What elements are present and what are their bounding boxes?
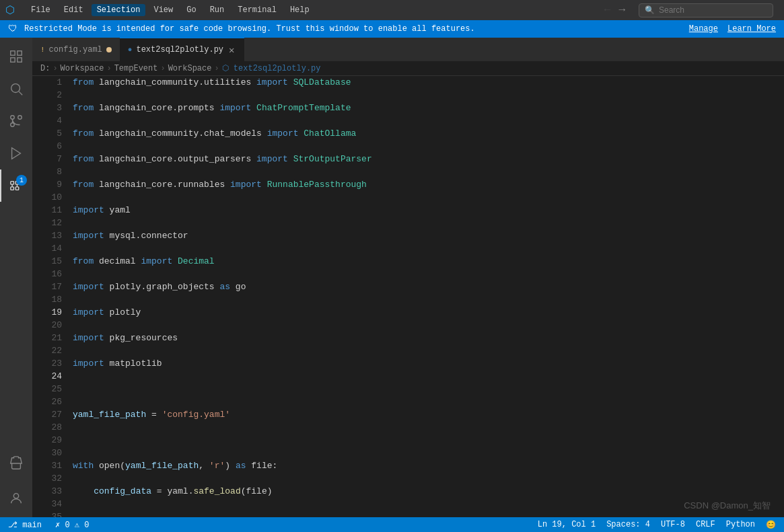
menu-help[interactable]: Help (285, 4, 315, 16)
svg-point-16 (13, 494, 18, 498)
bc-part-0[interactable]: D: (40, 64, 50, 73)
tab-label-config: config.yaml (49, 45, 102, 54)
svg-rect-0 (11, 51, 15, 55)
activity-bar: 1 (0, 38, 32, 517)
menu-bar: File Edit Selection View Go Run Terminal… (26, 4, 591, 16)
status-errors[interactable]: ✗ 0 ⚠ 0 (52, 520, 92, 530)
activity-testing[interactable] (0, 447, 32, 480)
shield-icon: 🛡 (8, 24, 17, 34)
vscode-logo-icon: ⬡ (5, 3, 15, 17)
activity-extensions[interactable]: 1 (0, 169, 32, 202)
svg-rect-2 (11, 58, 15, 62)
bc-part-1[interactable]: Workspace (61, 64, 104, 73)
svg-point-6 (11, 123, 15, 127)
notification-text: Restricted Mode is intended for safe cod… (24, 24, 680, 34)
bc-part-file[interactable]: ⬡ text2sql2plotly.py (222, 63, 321, 73)
tab-main-py[interactable]: ● text2sql2plotly.py ✕ (120, 38, 244, 61)
svg-line-5 (19, 91, 22, 95)
bc-part-3[interactable]: WorkSpace (168, 64, 212, 73)
extensions-badge: 1 (16, 175, 27, 186)
svg-point-7 (11, 116, 15, 120)
menu-go[interactable]: Go (181, 4, 201, 16)
svg-point-8 (18, 116, 22, 120)
learn-more-link[interactable]: Learn More (727, 24, 776, 34)
tab-label-main: text2sql2plotly.py (136, 45, 223, 54)
code-content[interactable]: from langchain_community.utilities impor… (67, 76, 784, 504)
activity-search[interactable] (0, 73, 32, 105)
svg-rect-12 (15, 187, 19, 190)
svg-point-4 (11, 84, 20, 93)
search-icon: 🔍 (645, 5, 655, 15)
py-file-icon: ● (128, 46, 133, 54)
breadcrumb: D: › Workspace › TempEvent › WorkSpace ›… (32, 61, 784, 76)
editor-area: ! config.yaml ● text2sql2plotly.py ✕ D: … (32, 38, 784, 517)
titlebar: ⬡ File Edit Selection View Go Run Termin… (0, 0, 784, 20)
status-right: Ln 19, Col 1 Spaces: 4 UTF-8 CRLF Python… (535, 520, 779, 530)
activity-explorer[interactable] (0, 40, 32, 73)
status-language[interactable]: Python (723, 520, 758, 530)
search-input[interactable] (659, 5, 767, 15)
code-editor[interactable]: 1 2 3 4 5 6 7 8 9 10 11 12 13 14 15 16 1… (32, 76, 784, 517)
status-bar: ⎇ main ✗ 0 ⚠ 0 Ln 19, Col 1 Spaces: 4 UT… (0, 517, 784, 532)
notification-bar: 🛡 Restricted Mode is intended for safe c… (0, 20, 784, 38)
menu-terminal[interactable]: Terminal (232, 4, 282, 16)
menu-edit[interactable]: Edit (59, 4, 89, 16)
status-branch[interactable]: ⎇ main (5, 520, 44, 530)
status-feedback[interactable]: 😊 (763, 520, 779, 530)
svg-rect-11 (11, 182, 14, 185)
svg-rect-10 (11, 187, 14, 190)
yaml-file-icon: ! (40, 46, 45, 54)
main-layout: 1 ! config.yaml ● text2sql2plotly.py ✕ (0, 38, 784, 517)
tab-modified-indicator (106, 47, 112, 52)
svg-marker-9 (12, 148, 21, 159)
manage-link[interactable]: Manage (689, 24, 718, 34)
bc-part-2[interactable]: TempEvent (114, 64, 158, 73)
activity-run-debug[interactable] (0, 137, 32, 169)
line-numbers: 1 2 3 4 5 6 7 8 9 10 11 12 13 14 15 16 1… (32, 76, 67, 504)
status-encoding[interactable]: UTF-8 (658, 520, 688, 530)
tabs-bar: ! config.yaml ● text2sql2plotly.py ✕ (32, 38, 784, 61)
menu-view[interactable]: View (148, 4, 178, 16)
status-spaces[interactable]: Spaces: 4 (604, 520, 653, 530)
status-line-col[interactable]: Ln 19, Col 1 (535, 520, 598, 530)
menu-file[interactable]: File (26, 4, 56, 16)
nav-arrows: ← → (602, 3, 628, 17)
activity-accounts[interactable] (0, 482, 32, 515)
activity-source-control[interactable] (0, 105, 32, 137)
menu-run[interactable]: Run (205, 4, 230, 16)
back-arrow[interactable]: ← (602, 3, 614, 17)
forward-arrow[interactable]: → (616, 3, 628, 17)
svg-rect-3 (17, 58, 22, 62)
menu-selection[interactable]: Selection (92, 4, 146, 16)
svg-rect-1 (17, 51, 22, 55)
title-search-box[interactable]: 🔍 (639, 3, 773, 17)
status-eol[interactable]: CRLF (693, 520, 718, 530)
tab-close-button[interactable]: ✕ (227, 44, 236, 56)
tab-config-yaml[interactable]: ! config.yaml (32, 38, 120, 61)
